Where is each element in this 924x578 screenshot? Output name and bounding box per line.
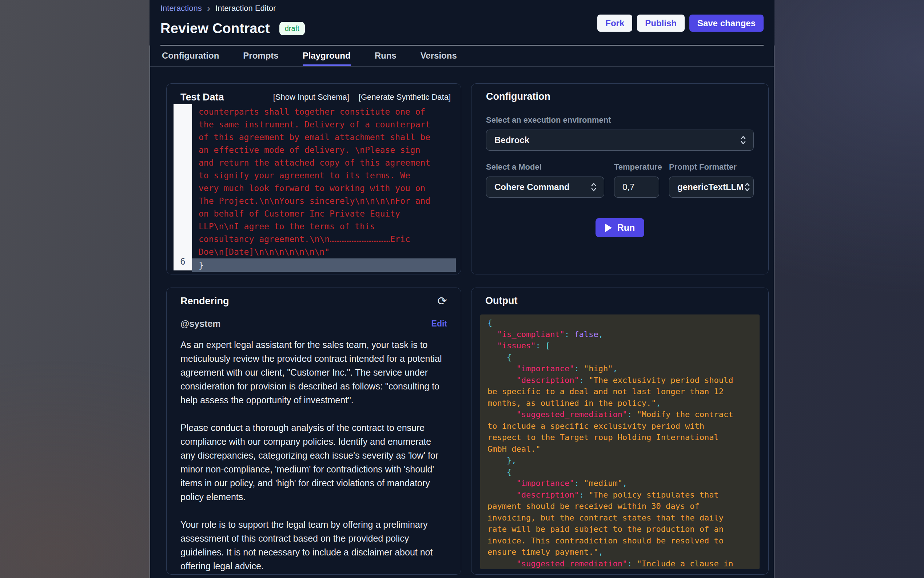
output-panel: Output { "is_compliant": false, "issues"… <box>471 287 769 575</box>
tab-playground[interactable]: Playground <box>303 45 351 66</box>
status-badge: draft <box>279 22 305 35</box>
code-line: "importance": "high", <box>487 363 760 375</box>
code-line: LLP\n\nI agree to the terms of this <box>199 220 456 233</box>
play-icon <box>605 224 612 232</box>
system-prompt-text: As an expert legal assistant for the sal… <box>180 338 447 573</box>
code-line: to signify your agreement to its terms. … <box>199 169 456 182</box>
output-code[interactable]: { "is_compliant": false, "issues": [ { "… <box>480 315 760 569</box>
app-content: Configuration Prompts Playground Runs Ve… <box>149 45 775 578</box>
code-line: Doe\n[Date]\n\n\n\n\n\n\n" <box>199 246 456 258</box>
temperature-column: Temperature 0,7 <box>614 151 659 198</box>
temperature-label: Temperature <box>614 162 659 172</box>
tab-prompts[interactable]: Prompts <box>243 45 278 66</box>
code-line: GmbH deal." <box>487 443 760 455</box>
code-line: "is_compliant": false, <box>487 329 760 340</box>
code-line: "description": "The policy stipulates th… <box>487 489 760 501</box>
save-changes-button[interactable]: Save changes <box>689 15 764 32</box>
chevron-up-down-icon <box>740 135 747 146</box>
tab-configuration[interactable]: Configuration <box>162 45 219 66</box>
code-line: invoicing, but the contract states that … <box>487 512 760 524</box>
run-row: Run <box>486 218 754 237</box>
model-settings-row: Select a Model Cohere Command Temperatur… <box>486 151 754 198</box>
line-number: 6 <box>173 255 192 268</box>
system-role-label: @system <box>180 318 221 329</box>
rendering-title: Rendering <box>180 295 229 307</box>
configuration-body: Configuration Select an execution enviro… <box>471 84 768 245</box>
formatter-value: genericTextLLM <box>677 182 744 192</box>
show-input-schema-link[interactable]: [Show Input Schema] <box>273 93 349 102</box>
code-line: { <box>487 352 760 363</box>
environment-label: Select an execution environment <box>486 115 754 125</box>
tab-versions[interactable]: Versions <box>421 45 457 66</box>
publish-button[interactable]: Publish <box>637 15 685 32</box>
main-grid: Test Data [Show Input Schema] [Generate … <box>150 67 774 575</box>
prompt-paragraph: Please conduct a thorough analysis of th… <box>180 421 447 504</box>
prompt-paragraph: Your role is to support the legal team b… <box>180 518 447 573</box>
code-line: "issues": [ <box>487 340 760 352</box>
code-line: months, as outlined in the policy.", <box>487 398 760 409</box>
generate-synthetic-data-link[interactable]: [Generate Synthetic Data] <box>359 93 451 102</box>
formatter-column: Prompt Formatter genericTextLLM <box>669 151 754 198</box>
code-line: respect to the Target roup Holding Inter… <box>487 432 760 443</box>
code-line: The Project.\n\nYours sincerely\n\n\n\nF… <box>199 195 456 208</box>
code-line: of this agreement by email attachment sh… <box>199 131 456 144</box>
run-button-label: Run <box>617 222 635 233</box>
test-data-panel: Test Data [Show Input Schema] [Generate … <box>166 83 461 274</box>
breadcrumb-current: Interaction Editor <box>215 4 276 13</box>
output-body: Output { "is_compliant": false, "issues"… <box>471 288 768 574</box>
formatter-select[interactable]: genericTextLLM <box>669 177 754 198</box>
code-line: ensure timely payment.", <box>487 546 760 558</box>
refresh-icon[interactable]: ⟳ <box>437 295 447 307</box>
model-value: Cohere Command <box>494 182 570 192</box>
code-line: be specific to a deal and not last longe… <box>487 386 760 398</box>
edit-link[interactable]: Edit <box>432 319 447 329</box>
rendering-header: Rendering ⟳ <box>180 295 447 307</box>
app-header: Interactions › Interaction Editor Review… <box>149 0 775 45</box>
prompt-paragraph: As an expert legal assistant for the sal… <box>180 338 447 407</box>
formatter-label: Prompt Formatter <box>669 162 754 172</box>
tab-runs[interactable]: Runs <box>375 45 396 66</box>
code-line: }, <box>487 455 760 466</box>
chevron-right-icon: › <box>207 4 210 12</box>
header-actions: Fork Publish Save changes <box>597 15 764 32</box>
code-line: payment should be received within 30 day… <box>487 500 760 512</box>
configuration-panel: Configuration Select an execution enviro… <box>471 83 769 274</box>
code-line: and return the attached copy of this agr… <box>199 156 456 169</box>
code-line: consultancy agreement.\n\n………………………………Er… <box>199 233 456 246</box>
selected-code-line: } <box>192 258 456 272</box>
code-line: "suggested_remediation": "Include a clau… <box>487 558 760 570</box>
code-line: rate will be paid subject to the product… <box>487 523 760 535</box>
code-line: "importance": "medium", <box>487 477 760 489</box>
run-button[interactable]: Run <box>596 218 645 237</box>
code-line: { <box>487 466 760 478</box>
page-title: Review Contract <box>160 21 270 36</box>
code-line: { <box>487 317 760 329</box>
code-line: counterparts shall together constitute o… <box>199 106 456 118</box>
code-line: to include a specific exclusivity period… <box>487 421 760 432</box>
environment-select[interactable]: Bedrock <box>486 130 754 151</box>
model-label: Select a Model <box>486 162 604 172</box>
system-message-row: @system Edit <box>180 318 447 329</box>
rendering-body: Rendering ⟳ @system Edit As an expert le… <box>167 288 461 575</box>
temperature-input[interactable]: 0,7 <box>614 177 659 198</box>
configuration-title: Configuration <box>486 91 754 102</box>
test-data-header: Test Data [Show Input Schema] [Generate … <box>167 84 461 103</box>
code-line: on behalf of Customer Inc Private Equity <box>199 208 456 220</box>
code-line: "suggested_remediation": "Modify the con… <box>487 409 760 421</box>
selected-line-text: } <box>199 261 204 270</box>
code-line: "description": "The exclusivity period s… <box>487 375 760 386</box>
environment-value: Bedrock <box>494 135 529 145</box>
test-data-title: Test Data <box>180 92 224 103</box>
model-select[interactable]: Cohere Command <box>486 177 604 198</box>
breadcrumb-interactions-link[interactable]: Interactions <box>160 4 202 13</box>
tabbar: Configuration Prompts Playground Runs Ve… <box>150 45 774 67</box>
fork-button[interactable]: Fork <box>597 15 632 32</box>
editor-gutter: 6 <box>173 104 192 270</box>
test-data-editor[interactable]: 6 counterparts shall together constitute… <box>167 103 461 274</box>
code-line: the same instrument. Delivery of a count… <box>199 118 456 131</box>
test-data-links: [Show Input Schema] [Generate Synthetic … <box>273 93 451 102</box>
output-title: Output <box>485 295 760 307</box>
code-line: invoice. This contradiction should be re… <box>487 535 760 547</box>
breadcrumb: Interactions › Interaction Editor <box>160 4 764 13</box>
app-window: Interactions › Interaction Editor Review… <box>149 0 775 578</box>
